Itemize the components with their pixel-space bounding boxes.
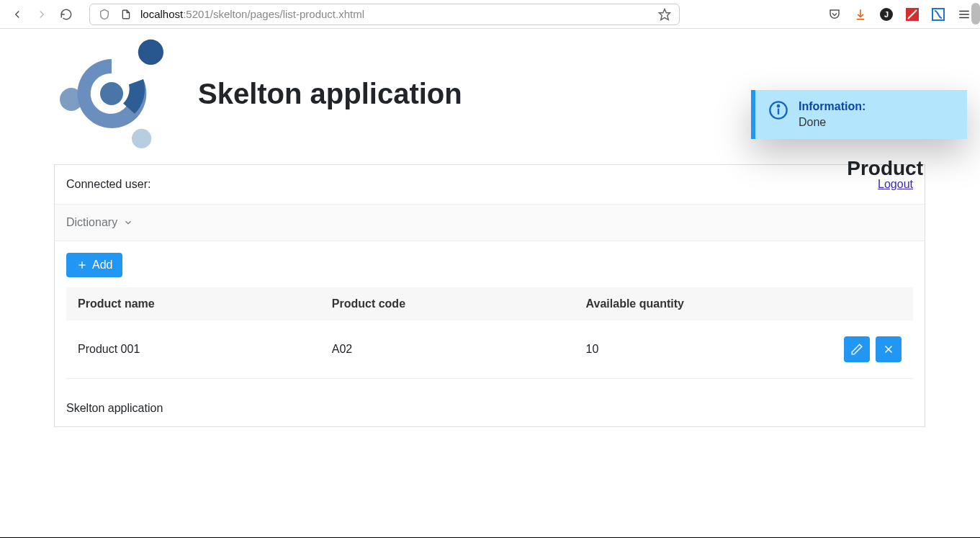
col-available-qty: Available quantity — [575, 287, 829, 320]
table-row: Product 001 A02 10 — [66, 320, 913, 379]
col-product-code: Product code — [320, 287, 575, 320]
footer-text: Skelton application — [66, 402, 163, 414]
col-product-name: Product name — [66, 287, 320, 320]
profile-icon[interactable]: J — [879, 7, 894, 22]
svg-point-11 — [100, 82, 123, 105]
bookmark-star-icon[interactable] — [657, 7, 672, 22]
page-title: Product — [847, 157, 923, 180]
extension-blue-icon[interactable] — [931, 7, 945, 22]
url-bar[interactable]: localhost:5201/skelton/pages/list-produc… — [89, 4, 680, 25]
document-icon — [119, 7, 133, 22]
svg-point-18 — [778, 105, 779, 107]
extension-red-icon[interactable] — [905, 7, 920, 22]
main-panel: Connected user: Logout Dictionary Add Pr… — [54, 164, 925, 427]
forward-button[interactable] — [33, 6, 50, 23]
browser-toolbar: localhost:5201/skelton/pages/list-produc… — [0, 0, 980, 29]
user-bar: Connected user: Logout — [55, 165, 925, 204]
info-toast: Information: Done — [751, 90, 967, 139]
pencil-icon — [850, 343, 863, 356]
info-icon — [768, 100, 788, 123]
product-table: Product name Product code Available quan… — [66, 287, 913, 379]
shield-icon — [97, 7, 112, 22]
back-button[interactable] — [9, 6, 26, 23]
toast-message: Done — [799, 116, 866, 129]
cell-name: Product 001 — [66, 320, 320, 379]
url-text: localhost:5201/skelton/pages/list-produc… — [140, 8, 364, 20]
footer: Skelton application — [55, 390, 925, 426]
svg-text:J: J — [884, 10, 889, 19]
chevron-down-icon — [123, 218, 133, 228]
close-icon — [882, 343, 895, 356]
app-title: Skelton application — [198, 78, 462, 110]
svg-point-8 — [138, 40, 163, 65]
scrollbar[interactable] — [971, 3, 980, 24]
reload-button[interactable] — [58, 6, 75, 23]
menu-dictionary[interactable]: Dictionary — [66, 216, 133, 229]
svg-marker-0 — [660, 9, 670, 19]
add-button[interactable]: Add — [66, 253, 122, 277]
delete-button[interactable] — [876, 336, 902, 362]
svg-point-10 — [132, 129, 151, 148]
download-icon[interactable] — [853, 7, 868, 22]
connected-user-label: Connected user: — [66, 178, 150, 191]
app-logo — [54, 36, 169, 151]
add-button-label: Add — [92, 259, 112, 272]
menu-icon[interactable] — [957, 7, 971, 22]
toast-title: Information: — [799, 100, 866, 113]
cell-qty: 10 — [575, 320, 829, 379]
cell-code: A02 — [320, 320, 575, 379]
plus-icon — [76, 259, 88, 271]
menu-dictionary-label: Dictionary — [66, 216, 117, 229]
pocket-icon[interactable] — [827, 7, 842, 22]
edit-button[interactable] — [844, 336, 870, 362]
